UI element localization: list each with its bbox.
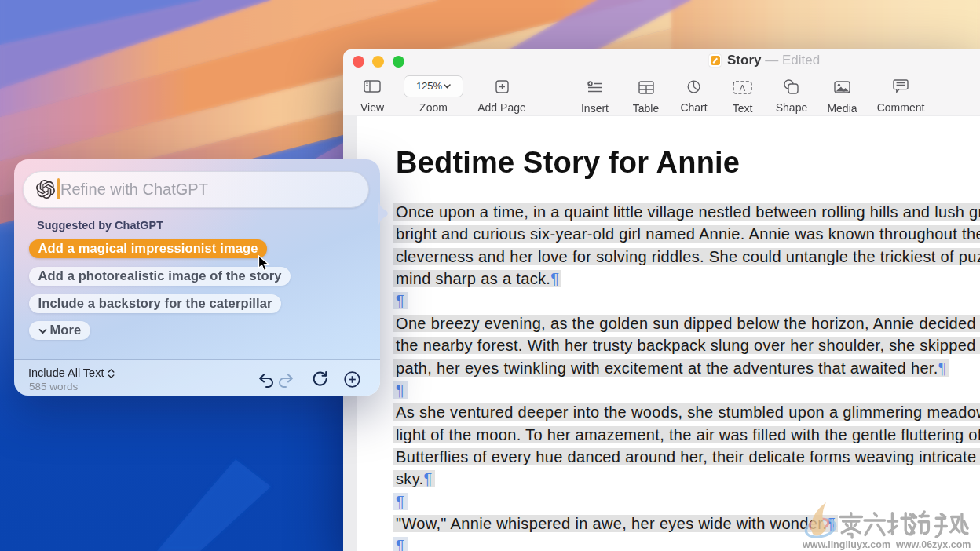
svg-text:A: A [740, 82, 746, 92]
